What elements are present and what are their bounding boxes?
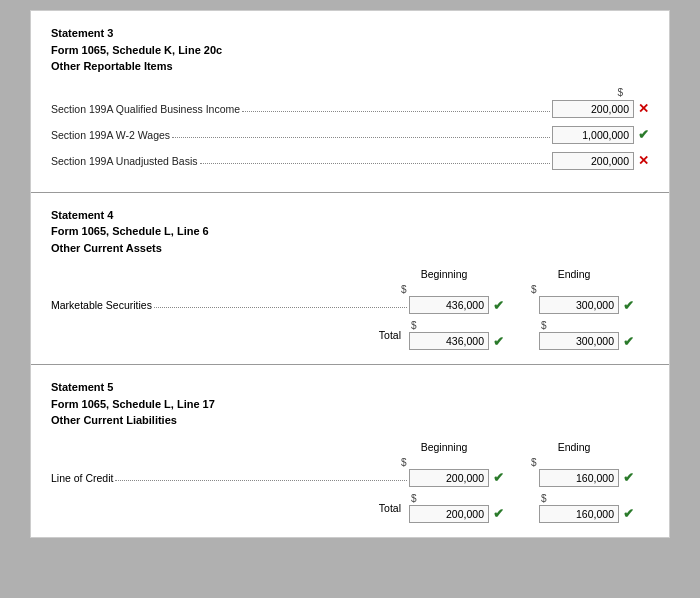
s5-total-beg-col: $ 200,000 ✔ bbox=[409, 493, 519, 523]
s5-total-row: Total $ 200,000 ✔ $ 160,000 ✔ bbox=[51, 493, 649, 523]
s4-total-end-col: $ 300,000 ✔ bbox=[539, 320, 649, 350]
s4-row-0: Marketable Securities 436,000 ✔ 300,000 … bbox=[51, 296, 649, 314]
s4-end-icon-0[interactable]: ✔ bbox=[623, 298, 634, 313]
statement-4-header: Statement 4 Form 1065, Schedule L, Line … bbox=[51, 207, 649, 257]
main-page: Statement 3 Form 1065, Schedule K, Line … bbox=[30, 10, 670, 538]
s5-dots-0 bbox=[115, 480, 407, 481]
s5-beg-icon-0[interactable]: ✔ bbox=[493, 470, 504, 485]
s4-end-dollar: $ bbox=[529, 284, 639, 295]
s3-amount-0[interactable]: 200,000 bbox=[552, 100, 634, 118]
s5-col-headers: Beginning Ending bbox=[51, 441, 649, 453]
s5-total-end-icon[interactable]: ✔ bbox=[623, 506, 634, 521]
s3-amount-1[interactable]: 1,000,000 bbox=[552, 126, 634, 144]
s3-dots-1 bbox=[172, 137, 550, 138]
s3-row-0: Section 199A Qualified Business Income 2… bbox=[51, 100, 649, 118]
s4-total-beg-amount[interactable]: 436,000 bbox=[409, 332, 489, 350]
s4-values-0: 436,000 ✔ 300,000 ✔ bbox=[409, 296, 649, 314]
s4-dots-0 bbox=[154, 307, 407, 308]
s3-label-0: Section 199A Qualified Business Income bbox=[51, 103, 552, 115]
s4-total-beg-icon[interactable]: ✔ bbox=[493, 334, 504, 349]
s3-row-1: Section 199A W-2 Wages 1,000,000 ✔ bbox=[51, 126, 649, 144]
s4-col-headers: Beginning Ending bbox=[51, 268, 649, 280]
s4-beg-dollar: $ bbox=[399, 284, 509, 295]
s4-label-text-0: Marketable Securities bbox=[51, 299, 152, 311]
statement-3-title-1: Statement 3 bbox=[51, 25, 649, 42]
statement-4-title-2: Form 1065, Schedule L, Line 6 bbox=[51, 223, 649, 240]
s4-end-amount-0[interactable]: 300,000 bbox=[539, 296, 619, 314]
s5-total-end-dollar: $ bbox=[541, 493, 547, 505]
s5-beg-field-0: 200,000 ✔ bbox=[409, 469, 504, 487]
s5-col-beginning-header: Beginning bbox=[379, 441, 509, 453]
s5-total-beg-amount[interactable]: 200,000 bbox=[409, 505, 489, 523]
s3-row-2: Section 199A Unadjusted Basis 200,000 ✕ bbox=[51, 152, 649, 170]
s5-end-icon-0[interactable]: ✔ bbox=[623, 470, 634, 485]
s4-total-beg-field: 436,000 ✔ bbox=[409, 332, 504, 350]
s3-label-text-2: Section 199A Unadjusted Basis bbox=[51, 155, 198, 167]
s3-value-2: 200,000 ✕ bbox=[552, 152, 649, 170]
s5-end-col-0: 160,000 ✔ bbox=[539, 469, 649, 487]
s5-total-end-field: 160,000 ✔ bbox=[539, 505, 634, 523]
s5-row-0: Line of Credit 200,000 ✔ 160,000 ✔ bbox=[51, 469, 649, 487]
s3-value-1: 1,000,000 ✔ bbox=[552, 126, 649, 144]
s3-dots-2 bbox=[200, 163, 550, 164]
statement-5-block: Statement 5 Form 1065, Schedule L, Line … bbox=[31, 365, 669, 537]
s4-total-beg-col: $ 436,000 ✔ bbox=[409, 320, 519, 350]
s3-value-0: 200,000 ✕ bbox=[552, 100, 649, 118]
statement-5-title-1: Statement 5 bbox=[51, 379, 649, 396]
s5-beg-col-0: 200,000 ✔ bbox=[409, 469, 519, 487]
statement-5-header: Statement 5 Form 1065, Schedule L, Line … bbox=[51, 379, 649, 429]
s3-label-2: Section 199A Unadjusted Basis bbox=[51, 155, 552, 167]
statement-3-header: Statement 3 Form 1065, Schedule K, Line … bbox=[51, 25, 649, 75]
s5-end-amount-0[interactable]: 160,000 bbox=[539, 469, 619, 487]
s5-beg-amount-0[interactable]: 200,000 bbox=[409, 469, 489, 487]
s5-end-dollar: $ bbox=[529, 457, 639, 468]
s4-end-col-0: 300,000 ✔ bbox=[539, 296, 649, 314]
s3-label-text-1: Section 199A W-2 Wages bbox=[51, 129, 170, 141]
s4-beg-icon-0[interactable]: ✔ bbox=[493, 298, 504, 313]
s3-label-text-0: Section 199A Qualified Business Income bbox=[51, 103, 240, 115]
s5-label-0: Line of Credit bbox=[51, 472, 409, 484]
s5-total-end-amount[interactable]: 160,000 bbox=[539, 505, 619, 523]
s3-amount-2[interactable]: 200,000 bbox=[552, 152, 634, 170]
s5-total-values: $ 200,000 ✔ $ 160,000 ✔ bbox=[409, 493, 649, 523]
s4-total-label: Total bbox=[379, 329, 401, 341]
s3-dollar-header: $ bbox=[617, 87, 623, 98]
s4-total-end-amount[interactable]: 300,000 bbox=[539, 332, 619, 350]
s4-total-end-field: 300,000 ✔ bbox=[539, 332, 634, 350]
statement-3-block: Statement 3 Form 1065, Schedule K, Line … bbox=[31, 11, 669, 193]
s5-total-end-col: $ 160,000 ✔ bbox=[539, 493, 649, 523]
s3-dots-0 bbox=[242, 111, 550, 112]
s4-end-field-0: 300,000 ✔ bbox=[539, 296, 634, 314]
s5-total-beg-icon[interactable]: ✔ bbox=[493, 506, 504, 521]
s4-total-beg-dollar: $ bbox=[411, 320, 417, 332]
s4-total-end-icon[interactable]: ✔ bbox=[623, 334, 634, 349]
s4-label-0: Marketable Securities bbox=[51, 299, 409, 311]
s5-end-field-0: 160,000 ✔ bbox=[539, 469, 634, 487]
statement-3-title-2: Form 1065, Schedule K, Line 20c bbox=[51, 42, 649, 59]
statement-4-block: Statement 4 Form 1065, Schedule L, Line … bbox=[31, 193, 669, 366]
s4-total-values: $ 436,000 ✔ $ 300,000 ✔ bbox=[409, 320, 649, 350]
s5-total-beg-dollar: $ bbox=[411, 493, 417, 505]
statement-4-title-1: Statement 4 bbox=[51, 207, 649, 224]
s5-total-label: Total bbox=[379, 502, 401, 514]
s4-col-ending-header: Ending bbox=[509, 268, 639, 280]
s4-beg-field-0: 436,000 ✔ bbox=[409, 296, 504, 314]
s3-status-icon-0[interactable]: ✕ bbox=[638, 101, 649, 116]
s3-status-icon-1[interactable]: ✔ bbox=[638, 127, 649, 142]
s5-col-ending-header: Ending bbox=[509, 441, 639, 453]
s4-beg-amount-0[interactable]: 436,000 bbox=[409, 296, 489, 314]
s5-values-0: 200,000 ✔ 160,000 ✔ bbox=[409, 469, 649, 487]
s5-label-text-0: Line of Credit bbox=[51, 472, 113, 484]
s5-beg-dollar: $ bbox=[399, 457, 509, 468]
s3-label-1: Section 199A W-2 Wages bbox=[51, 129, 552, 141]
s3-status-icon-2[interactable]: ✕ bbox=[638, 153, 649, 168]
s5-total-beg-field: 200,000 ✔ bbox=[409, 505, 504, 523]
statement-4-title-3: Other Current Assets bbox=[51, 240, 649, 257]
statement-5-title-3: Other Current Liabilities bbox=[51, 412, 649, 429]
statement-3-title-3: Other Reportable Items bbox=[51, 58, 649, 75]
s4-col-beginning-header: Beginning bbox=[379, 268, 509, 280]
s4-total-row: Total $ 436,000 ✔ $ 300,000 ✔ bbox=[51, 320, 649, 350]
s4-total-end-dollar: $ bbox=[541, 320, 547, 332]
s4-beg-col-0: 436,000 ✔ bbox=[409, 296, 519, 314]
statement-5-title-2: Form 1065, Schedule L, Line 17 bbox=[51, 396, 649, 413]
